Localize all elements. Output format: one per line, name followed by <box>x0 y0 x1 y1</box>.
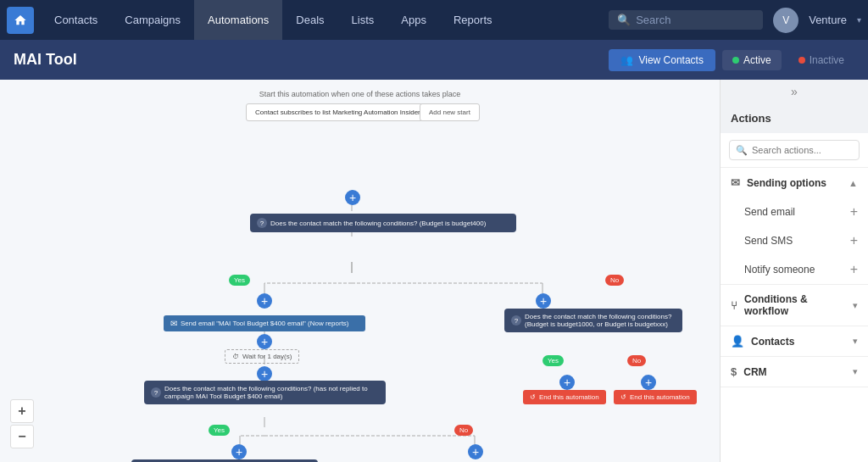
nav-items: Contacts Campaigns Automations Deals Lis… <box>41 0 609 40</box>
crm-icon: $ <box>731 365 737 378</box>
trigger-node-2[interactable]: Add new start <box>420 103 480 121</box>
no-label-1: No <box>605 275 624 286</box>
nav-reports[interactable]: Reports <box>440 0 506 40</box>
user-name[interactable]: Venture <box>809 14 847 26</box>
sub-header: MAI Tool 👥 View Contacts Active Inactive <box>0 40 868 80</box>
conditions-section: ⑂ Conditions & workflow ▾ <box>721 285 868 326</box>
search-bar[interactable]: 🔍 <box>609 10 763 30</box>
sub-header-right: 👥 View Contacts Active Inactive <box>609 49 854 71</box>
no-label-3: No <box>627 355 646 366</box>
sidebar-search-area: 🔍 <box>721 133 868 168</box>
view-contacts-button[interactable]: 👥 View Contacts <box>609 49 715 71</box>
send-email-add-icon[interactable]: + <box>850 204 858 220</box>
add-trigger-button[interactable]: + <box>345 190 360 205</box>
crm-chevron: ▾ <box>853 366 858 377</box>
notify-someone-item[interactable]: Notify someone + <box>721 255 868 284</box>
add-btn-left-1[interactable]: + <box>257 293 272 309</box>
home-icon[interactable] <box>7 7 34 34</box>
active-status-badge[interactable]: Active <box>722 50 782 70</box>
condition-1-node[interactable]: ? Does the contact match the following c… <box>250 214 516 232</box>
inactive-dot <box>798 57 805 64</box>
sidebar-header: Actions <box>721 103 868 133</box>
sending-options-header[interactable]: ✉ Sending options ▲ <box>721 168 868 198</box>
canvas-area[interactable]: Start this automation when one of these … <box>0 80 720 462</box>
nav-deals[interactable]: Deals <box>282 0 337 40</box>
main-layout: Start this automation when one of these … <box>0 80 868 462</box>
nav-apps[interactable]: Apps <box>387 0 440 40</box>
nav-campaigns[interactable]: Campaigns <box>111 0 194 40</box>
send-sms-item[interactable]: Send SMS + <box>721 226 868 255</box>
nav-contacts[interactable]: Contacts <box>41 0 111 40</box>
actions-search-input[interactable] <box>729 140 860 160</box>
add-btn-cond2-no[interactable]: + <box>468 444 483 459</box>
wait-node[interactable]: ⏱ Wait for 1 day(s) <box>225 349 299 364</box>
email-section-icon: ✉ <box>731 176 740 189</box>
avatar: V <box>773 8 798 33</box>
search-input[interactable] <box>636 14 754 26</box>
add-btn-right-1[interactable]: + <box>536 293 551 309</box>
add-btn-after-action[interactable]: + <box>257 334 272 349</box>
send-sms-add-icon[interactable]: + <box>850 233 858 248</box>
crm-section: $ CRM ▾ <box>721 357 868 387</box>
yes-label-3: Yes <box>542 355 564 366</box>
add-btn-cond2-yes[interactable]: + <box>231 444 247 459</box>
nav-right: 🔍 V Venture ▾ <box>609 8 861 33</box>
end-automation-1[interactable]: ↺ End this automation <box>523 390 606 404</box>
trigger-header: Start this automation when one of these … <box>170 90 550 98</box>
contacts-header[interactable]: 👤 Contacts ▾ <box>721 326 868 356</box>
collapse-sidebar-button[interactable]: » <box>721 80 868 103</box>
right-sidebar: » Actions 🔍 ✉ Sending options ▲ <box>720 80 868 462</box>
sending-options-chevron: ▲ <box>849 178 858 188</box>
nav-lists[interactable]: Lists <box>338 0 388 40</box>
search-icon: 🔍 <box>736 145 748 156</box>
zoom-controls: + − <box>10 399 34 448</box>
page-title: MAI Tool <box>14 51 77 69</box>
yes-label-2: Yes <box>209 425 230 436</box>
end-automation-2[interactable]: ↺ End this automation <box>614 390 697 404</box>
inactive-status-badge[interactable]: Inactive <box>788 50 854 70</box>
active-dot <box>732 57 739 64</box>
add-btn-after-wait[interactable]: + <box>257 366 272 381</box>
action-1-node[interactable]: ✉ Send email "MAI Tool Budget $400 email… <box>164 315 365 331</box>
sending-options-section: ✉ Sending options ▲ Send email + Send SM… <box>721 168 868 285</box>
flow-canvas: Start this automation when one of these … <box>0 80 720 462</box>
people-icon: 👥 <box>620 54 633 66</box>
notify-add-icon[interactable]: + <box>850 262 858 277</box>
top-navigation: Contacts Campaigns Automations Deals Lis… <box>0 0 868 40</box>
zoom-out-button[interactable]: − <box>10 425 34 448</box>
condition-3-node[interactable]: ? Does the contact match the following c… <box>504 309 682 332</box>
crm-header[interactable]: $ CRM ▾ <box>721 357 868 387</box>
condition-2-node[interactable]: ? Does the contact match the following c… <box>144 381 386 404</box>
add-btn-cond3-yes[interactable]: + <box>559 375 575 390</box>
conditions-chevron: ▾ <box>853 300 858 311</box>
send-email-item[interactable]: Send email + <box>721 198 868 226</box>
contacts-icon: 👤 <box>731 335 744 348</box>
zoom-in-button[interactable]: + <box>10 399 34 423</box>
add-btn-cond3-no[interactable]: + <box>641 375 656 390</box>
sending-options-items: Send email + Send SMS + Notify someone + <box>721 198 868 284</box>
conditions-header[interactable]: ⑂ Conditions & workflow ▾ <box>721 285 868 326</box>
yes-label-1: Yes <box>229 275 250 286</box>
contacts-section: 👤 Contacts ▾ <box>721 326 868 357</box>
nav-automations[interactable]: Automations <box>194 0 282 40</box>
conditions-icon: ⑂ <box>731 299 737 312</box>
connector-lines <box>0 80 720 462</box>
contacts-chevron: ▾ <box>853 336 858 347</box>
no-label-2: No <box>454 425 473 436</box>
